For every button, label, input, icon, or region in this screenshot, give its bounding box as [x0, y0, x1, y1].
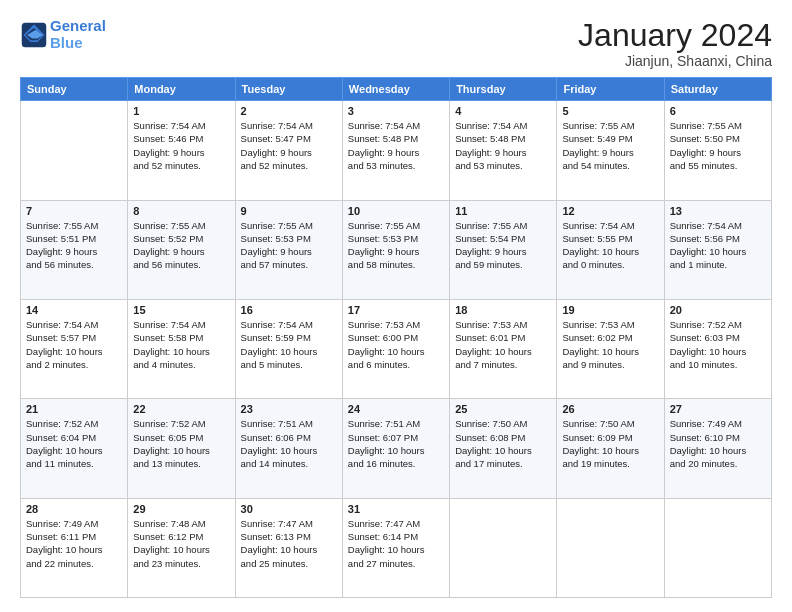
- week-row-5: 28Sunrise: 7:49 AMSunset: 6:11 PMDayligh…: [21, 498, 772, 597]
- day-number: 19: [562, 304, 658, 316]
- day-number: 3: [348, 105, 444, 117]
- weekday-header-saturday: Saturday: [664, 78, 771, 101]
- cell-info: Sunrise: 7:53 AMSunset: 6:00 PMDaylight:…: [348, 318, 444, 371]
- calendar-cell: 1Sunrise: 7:54 AMSunset: 5:46 PMDaylight…: [128, 101, 235, 200]
- day-number: 25: [455, 403, 551, 415]
- logo-line1: General: [50, 17, 106, 34]
- calendar-cell: 15Sunrise: 7:54 AMSunset: 5:58 PMDayligh…: [128, 299, 235, 398]
- calendar-cell: 16Sunrise: 7:54 AMSunset: 5:59 PMDayligh…: [235, 299, 342, 398]
- cell-info: Sunrise: 7:47 AMSunset: 6:14 PMDaylight:…: [348, 517, 444, 570]
- day-number: 16: [241, 304, 337, 316]
- cell-info: Sunrise: 7:54 AMSunset: 5:46 PMDaylight:…: [133, 119, 229, 172]
- cell-info: Sunrise: 7:55 AMSunset: 5:49 PMDaylight:…: [562, 119, 658, 172]
- day-number: 18: [455, 304, 551, 316]
- cell-info: Sunrise: 7:52 AMSunset: 6:04 PMDaylight:…: [26, 417, 122, 470]
- calendar-cell: 7Sunrise: 7:55 AMSunset: 5:51 PMDaylight…: [21, 200, 128, 299]
- day-number: 24: [348, 403, 444, 415]
- cell-info: Sunrise: 7:49 AMSunset: 6:10 PMDaylight:…: [670, 417, 766, 470]
- calendar-cell: 19Sunrise: 7:53 AMSunset: 6:02 PMDayligh…: [557, 299, 664, 398]
- weekday-header-wednesday: Wednesday: [342, 78, 449, 101]
- day-number: 14: [26, 304, 122, 316]
- day-number: 27: [670, 403, 766, 415]
- logo-icon: [20, 21, 48, 49]
- day-number: 22: [133, 403, 229, 415]
- cell-info: Sunrise: 7:54 AMSunset: 5:55 PMDaylight:…: [562, 219, 658, 272]
- day-number: 12: [562, 205, 658, 217]
- calendar-table: SundayMondayTuesdayWednesdayThursdayFrid…: [20, 77, 772, 598]
- week-row-4: 21Sunrise: 7:52 AMSunset: 6:04 PMDayligh…: [21, 399, 772, 498]
- cell-info: Sunrise: 7:55 AMSunset: 5:53 PMDaylight:…: [348, 219, 444, 272]
- day-number: 13: [670, 205, 766, 217]
- cell-info: Sunrise: 7:54 AMSunset: 5:56 PMDaylight:…: [670, 219, 766, 272]
- calendar-cell: 11Sunrise: 7:55 AMSunset: 5:54 PMDayligh…: [450, 200, 557, 299]
- calendar-cell: [557, 498, 664, 597]
- calendar-cell: 13Sunrise: 7:54 AMSunset: 5:56 PMDayligh…: [664, 200, 771, 299]
- cell-info: Sunrise: 7:55 AMSunset: 5:50 PMDaylight:…: [670, 119, 766, 172]
- calendar-cell: 28Sunrise: 7:49 AMSunset: 6:11 PMDayligh…: [21, 498, 128, 597]
- cell-info: Sunrise: 7:50 AMSunset: 6:08 PMDaylight:…: [455, 417, 551, 470]
- calendar-cell: 27Sunrise: 7:49 AMSunset: 6:10 PMDayligh…: [664, 399, 771, 498]
- day-number: 10: [348, 205, 444, 217]
- header: GeneralBlue January 2024 Jianjun, Shaanx…: [20, 18, 772, 69]
- cell-info: Sunrise: 7:47 AMSunset: 6:13 PMDaylight:…: [241, 517, 337, 570]
- calendar-cell: [450, 498, 557, 597]
- day-number: 21: [26, 403, 122, 415]
- cell-info: Sunrise: 7:54 AMSunset: 5:58 PMDaylight:…: [133, 318, 229, 371]
- cell-info: Sunrise: 7:54 AMSunset: 5:57 PMDaylight:…: [26, 318, 122, 371]
- calendar-cell: 8Sunrise: 7:55 AMSunset: 5:52 PMDaylight…: [128, 200, 235, 299]
- calendar-cell: 10Sunrise: 7:55 AMSunset: 5:53 PMDayligh…: [342, 200, 449, 299]
- day-number: 1: [133, 105, 229, 117]
- day-number: 5: [562, 105, 658, 117]
- day-number: 8: [133, 205, 229, 217]
- cell-info: Sunrise: 7:52 AMSunset: 6:05 PMDaylight:…: [133, 417, 229, 470]
- calendar-cell: 6Sunrise: 7:55 AMSunset: 5:50 PMDaylight…: [664, 101, 771, 200]
- day-number: 26: [562, 403, 658, 415]
- cell-info: Sunrise: 7:55 AMSunset: 5:52 PMDaylight:…: [133, 219, 229, 272]
- weekday-header-row: SundayMondayTuesdayWednesdayThursdayFrid…: [21, 78, 772, 101]
- day-number: 28: [26, 503, 122, 515]
- cell-info: Sunrise: 7:54 AMSunset: 5:48 PMDaylight:…: [348, 119, 444, 172]
- calendar-cell: [664, 498, 771, 597]
- weekday-header-friday: Friday: [557, 78, 664, 101]
- day-number: 30: [241, 503, 337, 515]
- day-number: 17: [348, 304, 444, 316]
- calendar-cell: 26Sunrise: 7:50 AMSunset: 6:09 PMDayligh…: [557, 399, 664, 498]
- calendar-cell: 31Sunrise: 7:47 AMSunset: 6:14 PMDayligh…: [342, 498, 449, 597]
- day-number: 4: [455, 105, 551, 117]
- calendar-cell: 20Sunrise: 7:52 AMSunset: 6:03 PMDayligh…: [664, 299, 771, 398]
- cell-info: Sunrise: 7:54 AMSunset: 5:48 PMDaylight:…: [455, 119, 551, 172]
- calendar-cell: 4Sunrise: 7:54 AMSunset: 5:48 PMDaylight…: [450, 101, 557, 200]
- logo: GeneralBlue: [20, 18, 106, 51]
- calendar-cell: 29Sunrise: 7:48 AMSunset: 6:12 PMDayligh…: [128, 498, 235, 597]
- weekday-header-sunday: Sunday: [21, 78, 128, 101]
- week-row-2: 7Sunrise: 7:55 AMSunset: 5:51 PMDaylight…: [21, 200, 772, 299]
- calendar-cell: 23Sunrise: 7:51 AMSunset: 6:06 PMDayligh…: [235, 399, 342, 498]
- calendar-cell: 24Sunrise: 7:51 AMSunset: 6:07 PMDayligh…: [342, 399, 449, 498]
- calendar-cell: 22Sunrise: 7:52 AMSunset: 6:05 PMDayligh…: [128, 399, 235, 498]
- calendar-cell: 30Sunrise: 7:47 AMSunset: 6:13 PMDayligh…: [235, 498, 342, 597]
- cell-info: Sunrise: 7:55 AMSunset: 5:51 PMDaylight:…: [26, 219, 122, 272]
- logo-text: GeneralBlue: [50, 18, 106, 51]
- calendar-cell: 21Sunrise: 7:52 AMSunset: 6:04 PMDayligh…: [21, 399, 128, 498]
- cell-info: Sunrise: 7:49 AMSunset: 6:11 PMDaylight:…: [26, 517, 122, 570]
- day-number: 15: [133, 304, 229, 316]
- calendar-cell: 2Sunrise: 7:54 AMSunset: 5:47 PMDaylight…: [235, 101, 342, 200]
- day-number: 11: [455, 205, 551, 217]
- cell-info: Sunrise: 7:55 AMSunset: 5:54 PMDaylight:…: [455, 219, 551, 272]
- cell-info: Sunrise: 7:54 AMSunset: 5:47 PMDaylight:…: [241, 119, 337, 172]
- calendar-cell: 14Sunrise: 7:54 AMSunset: 5:57 PMDayligh…: [21, 299, 128, 398]
- day-number: 2: [241, 105, 337, 117]
- day-number: 6: [670, 105, 766, 117]
- calendar-cell: [21, 101, 128, 200]
- calendar-cell: 5Sunrise: 7:55 AMSunset: 5:49 PMDaylight…: [557, 101, 664, 200]
- day-number: 7: [26, 205, 122, 217]
- day-number: 23: [241, 403, 337, 415]
- cell-info: Sunrise: 7:55 AMSunset: 5:53 PMDaylight:…: [241, 219, 337, 272]
- calendar-cell: 9Sunrise: 7:55 AMSunset: 5:53 PMDaylight…: [235, 200, 342, 299]
- week-row-1: 1Sunrise: 7:54 AMSunset: 5:46 PMDaylight…: [21, 101, 772, 200]
- page: GeneralBlue January 2024 Jianjun, Shaanx…: [0, 0, 792, 612]
- weekday-header-monday: Monday: [128, 78, 235, 101]
- calendar-cell: 25Sunrise: 7:50 AMSunset: 6:08 PMDayligh…: [450, 399, 557, 498]
- logo-line2: Blue: [50, 34, 83, 51]
- day-number: 31: [348, 503, 444, 515]
